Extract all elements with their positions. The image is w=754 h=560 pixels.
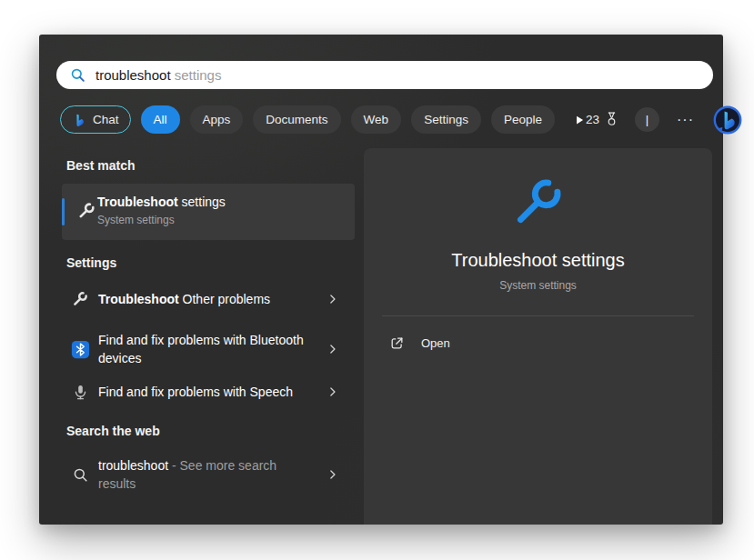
- result-text-bold: Troubleshoot: [98, 292, 179, 306]
- tab-people-label: People: [504, 113, 542, 126]
- rewards-button[interactable]: 23: [586, 111, 619, 128]
- best-match-title-rest: settings: [178, 195, 226, 209]
- wrench-icon: [70, 290, 90, 308]
- tab-documents-label: Documents: [266, 113, 327, 126]
- play-right-icon: [573, 114, 586, 126]
- result-row-speech-problems[interactable]: Find and fix problems with Speech: [62, 375, 355, 409]
- bing-chat-button[interactable]: [711, 104, 744, 136]
- best-match-subtitle: System settings: [97, 213, 226, 228]
- best-match-title-bold: Troubleshoot: [97, 195, 178, 209]
- tab-settings-label: Settings: [424, 113, 468, 126]
- tab-apps[interactable]: Apps: [190, 105, 244, 134]
- section-heading-search-web: Search the web: [66, 424, 160, 438]
- more-options-glyph: ···: [677, 112, 694, 127]
- tab-all[interactable]: All: [141, 105, 180, 134]
- result-text: Find and fix problems with Bluetooth dev…: [98, 333, 304, 365]
- result-text: Other problems: [179, 292, 270, 306]
- open-action-label: Open: [421, 336, 450, 350]
- filter-toolbar: Chat All Apps Documents Web Settings Peo…: [60, 105, 710, 135]
- result-text: troubleshoot: [98, 458, 168, 473]
- tab-documents[interactable]: Documents: [253, 105, 340, 134]
- result-row-troubleshoot-other-problems[interactable]: Troubleshoot Other problems: [62, 281, 355, 317]
- preview-title: Troubleshoot settings: [364, 250, 712, 271]
- windows-search-flyout: troubleshoot settings Chat: [39, 35, 723, 525]
- toolbar-right-group: 23 | ···: [586, 104, 744, 136]
- chevron-right-icon: [327, 294, 338, 305]
- tab-web[interactable]: Web: [351, 105, 402, 134]
- tab-all-label: All: [154, 113, 167, 126]
- wrench-icon: [508, 173, 568, 233]
- open-action[interactable]: Open: [382, 328, 457, 357]
- account-button[interactable]: |: [635, 107, 659, 132]
- tab-apps-label: Apps: [203, 113, 231, 126]
- rewards-count: 23: [586, 113, 599, 126]
- chevron-right-icon: [327, 386, 338, 398]
- search-icon: [69, 66, 86, 84]
- bing-logo-icon: [711, 104, 744, 136]
- microphone-icon: [70, 384, 90, 401]
- tab-chat[interactable]: Chat: [60, 105, 131, 134]
- bing-logo-icon: [72, 113, 86, 127]
- chevron-right-icon: [327, 469, 338, 481]
- rewards-medal-icon: [604, 111, 619, 128]
- tab-people[interactable]: People: [491, 105, 555, 134]
- preview-subtitle: System settings: [364, 279, 712, 292]
- section-heading-best-match: Best match: [66, 158, 135, 173]
- page-background: troubleshoot settings Chat: [0, 0, 754, 560]
- scroll-tabs-button[interactable]: [573, 107, 586, 133]
- result-row-web-search[interactable]: troubleshoot - See more search results: [62, 445, 355, 504]
- account-glyph: |: [646, 113, 648, 126]
- chevron-right-icon: [327, 344, 338, 355]
- search-icon: [70, 466, 90, 484]
- preview-panel: Troubleshoot settings System settings Op…: [364, 148, 712, 525]
- wrench-icon: [76, 201, 96, 221]
- tab-web-label: Web: [364, 113, 389, 126]
- divider: [382, 315, 694, 316]
- result-text: Find and fix problems with Speech: [98, 385, 293, 399]
- more-options-button[interactable]: ···: [675, 112, 696, 128]
- result-row-bluetooth-problems[interactable]: Find and fix problems with Bluetooth dev…: [62, 321, 355, 377]
- search-input[interactable]: troubleshoot settings: [56, 61, 713, 89]
- search-query-text: troubleshoot: [96, 67, 171, 83]
- section-heading-settings: Settings: [66, 255, 116, 270]
- open-external-icon: [389, 335, 405, 351]
- search-suggestion-text: settings: [171, 67, 222, 83]
- selection-accent: [62, 198, 65, 225]
- best-match-item[interactable]: Troubleshoot settings System settings: [62, 184, 355, 240]
- tab-settings[interactable]: Settings: [411, 105, 481, 134]
- bluetooth-icon: [70, 340, 90, 359]
- tab-chat-label: Chat: [93, 113, 119, 126]
